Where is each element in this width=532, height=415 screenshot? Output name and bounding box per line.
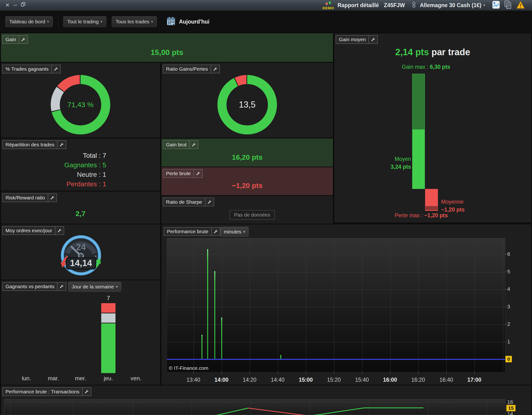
x-axis-label: 16:00 <box>383 377 397 383</box>
day-axis-label: lun. <box>22 375 31 382</box>
wrench-icon[interactable] <box>57 282 66 291</box>
wrench-icon[interactable] <box>82 388 91 396</box>
sharpe-label: Ratio de Sharpe <box>163 198 205 206</box>
wrench-icon[interactable] <box>211 228 220 236</box>
y-tick-mark <box>505 324 507 324</box>
demo-label: DEMO <box>323 6 334 9</box>
winrate-donut-chart: 71,43 % <box>51 75 110 134</box>
grid-line-vertical <box>194 239 194 372</box>
y-axis-label: 3 <box>507 304 510 310</box>
wrench-icon[interactable] <box>48 194 57 202</box>
transactions-line <box>4 399 505 415</box>
winners-by-day-chart: lun.mar.mer.jeu.ven.7 <box>1 280 160 385</box>
instrument-selector[interactable]: Allemagne 30 Cash (1€) <box>420 2 481 9</box>
x-axis-label: 16:40 <box>439 377 453 383</box>
grid-line-vertical <box>390 239 390 372</box>
speedometer-gauge: 24 14,14 <box>58 234 104 280</box>
breakdown-row-neutral: Neutre : 1 <box>64 170 106 179</box>
chevron-down-icon: ▾ <box>243 230 245 234</box>
x-axis-label: 13:40 <box>186 377 200 383</box>
gain-value: 15,00 pts <box>1 48 333 57</box>
weekday-dropdown-label: Jour de la semaine <box>72 284 114 290</box>
x-tick-mark <box>193 372 194 374</box>
gross-performance-panel: Performance brute minutes ▾ © IT-Finance… <box>162 224 531 385</box>
performance-bar <box>207 249 208 359</box>
x-tick-mark <box>306 372 306 374</box>
close-icon[interactable]: ✕ <box>5 0 10 10</box>
gain-moyen-value-line: 2,14 pts par trade <box>334 47 531 57</box>
x-tick-mark <box>278 372 278 374</box>
weekday-dropdown[interactable]: Jour de la semaine ▾ <box>68 282 121 292</box>
timeframe-dropdown[interactable]: minutes ▾ <box>220 227 249 237</box>
no-data-badge: Pas de données <box>229 210 275 220</box>
wrench-icon[interactable] <box>205 198 214 206</box>
grid-line-vertical <box>503 239 503 372</box>
account-id: Z45FJW <box>384 2 405 9</box>
new-chart-icon[interactable] <box>492 0 500 10</box>
scope-dropdown[interactable]: Tout le trading ▾ <box>63 16 106 27</box>
wrench-icon[interactable] <box>194 169 202 177</box>
loss-bar-max <box>425 206 438 210</box>
x-tick-mark <box>221 372 222 374</box>
moyen-label: Moyen3,24 pts <box>358 155 411 171</box>
wrench-icon[interactable] <box>52 65 60 73</box>
date-picker[interactable]: Aujourd'hui <box>166 16 209 27</box>
gain-bar-below-average <box>412 130 425 189</box>
titlebar: ✕ ─ DEMO Rapport détaillé Z45FJW <box>0 0 532 11</box>
bar-total-label: 7 <box>101 295 115 302</box>
copyright-watermark: © IT-Finance.com <box>169 365 208 371</box>
gross-loss-label: Perte brute <box>163 169 194 177</box>
demo-candles-icon <box>324 1 332 6</box>
dashboard-dropdown[interactable]: Tableau de bord ▾ <box>5 16 53 27</box>
link-icon[interactable] <box>411 1 417 9</box>
day-axis-label: mar. <box>48 375 59 382</box>
gauge-max-label: 24 <box>76 242 86 252</box>
y-axis-label: 4 <box>507 286 510 292</box>
wrench-icon[interactable] <box>369 36 378 44</box>
copy-report-icon[interactable] <box>504 0 512 10</box>
gain-moyen-value: 2,14 pts <box>395 47 429 57</box>
grid-line-vertical <box>418 239 419 372</box>
scope-dropdown-label: Tout le trading <box>67 19 99 25</box>
chevron-down-icon: ▾ <box>151 19 153 24</box>
winrate-panel-label: % Trades gagnants <box>3 65 52 73</box>
restore-icon[interactable] <box>20 0 26 10</box>
timeframe-dropdown-label: minutes <box>224 229 241 235</box>
risk-reward-panel: Risk/Reward ratio 2,7 <box>1 192 160 224</box>
zero-axis-highlight: 0 <box>505 356 512 362</box>
sharpe-panel: Ratio de Sharpe Pas de données <box>162 196 333 224</box>
grid-line-horizontal <box>167 342 505 342</box>
wrench-icon[interactable] <box>55 227 64 235</box>
chevron-down-icon[interactable]: ▾ <box>483 3 485 7</box>
y-axis-label: 1 <box>507 339 510 345</box>
trades-filter-dropdown[interactable]: Tous les trades ▾ <box>112 16 157 27</box>
winners-vs-losers-label: Gagnants vs perdants <box>3 282 57 291</box>
performance-bar <box>221 317 222 359</box>
trade-breakdown-label: Répartition des trades <box>3 141 57 149</box>
wrench-icon[interactable] <box>190 141 198 149</box>
wrench-icon[interactable] <box>211 65 219 73</box>
wrench-icon[interactable] <box>19 36 28 44</box>
zero-line <box>167 359 505 360</box>
wrench-icon[interactable] <box>57 141 66 149</box>
gain-moyen-panel: Gain moyen 2,14 pts par trade Gain max :… <box>334 33 531 222</box>
moyenne-label: Moyenne−1,20 pts <box>441 198 465 214</box>
y-axis-label: 5 <box>507 269 510 275</box>
gain-moyen-value-suffix: par trade <box>429 47 470 57</box>
risk-reward-value: 2,7 <box>1 210 160 218</box>
x-axis-label: 14:20 <box>243 377 256 383</box>
day-axis-label: mer. <box>75 375 86 382</box>
gain-loss-ratio-value: 13,5 <box>239 100 256 110</box>
grid-line-vertical <box>475 239 475 372</box>
warning-icon[interactable] <box>516 1 525 10</box>
grid-line-vertical <box>446 239 447 372</box>
gain-panel: Gain 15,00 pts <box>1 33 333 62</box>
gain-moyen-panel-label: Gain moyen <box>336 36 369 44</box>
y-axis-label: 16 <box>507 399 513 405</box>
y-axis-label: 2 <box>507 321 510 327</box>
day-axis-label: jeu. <box>104 375 113 382</box>
y-tick-mark <box>505 307 507 307</box>
toolbar: Tableau de bord ▾ Tout le trading ▾ Tous… <box>0 11 532 32</box>
performance-bar <box>214 271 215 359</box>
minimize-icon[interactable]: ─ <box>13 0 17 10</box>
